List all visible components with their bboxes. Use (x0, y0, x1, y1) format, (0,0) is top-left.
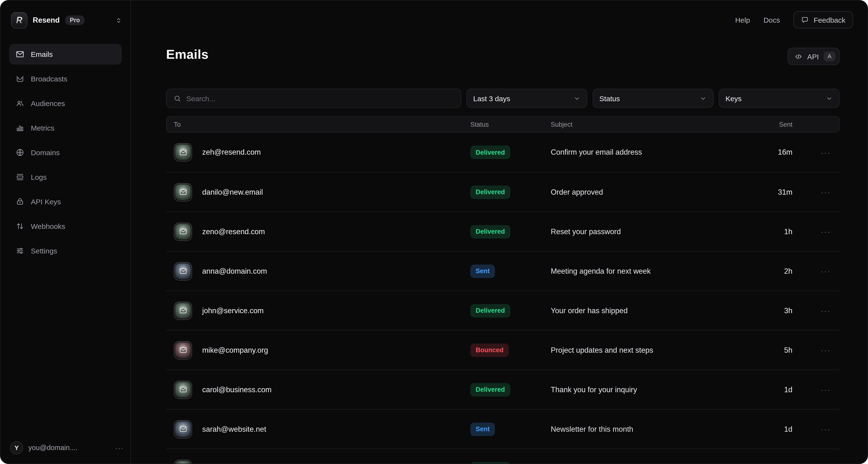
table-row[interactable]: carol@business.com Delivered Thank you f… (166, 370, 840, 409)
row-menu-ellipsis-icon[interactable]: ··· (793, 307, 832, 315)
table-row[interactable]: danilo@new.email Delivered Order approve… (166, 172, 840, 211)
email-subject: Meeting agenda for next week (551, 267, 734, 276)
sidebar-item-label: Webhooks (31, 222, 65, 230)
users-icon (16, 99, 25, 108)
user-email: you@domain.... (28, 444, 78, 452)
column-header-sent: Sent (734, 121, 793, 128)
sidebar-item-emails[interactable]: Emails (9, 44, 122, 64)
status-badge: Delivered (470, 383, 510, 396)
sidebar-item-webhooks[interactable]: Webhooks (9, 216, 122, 237)
sidebar-item-metrics[interactable]: Metrics (9, 118, 122, 138)
code-icon (794, 52, 803, 60)
sidebar-item-audiences[interactable]: Audiences (9, 93, 122, 114)
page-title: Emails (166, 47, 209, 62)
sidebar-item-label: Metrics (31, 124, 54, 132)
row-menu-ellipsis-icon[interactable]: ··· (793, 385, 832, 394)
table-row[interactable]: anna@domain.com Sent Meeting agenda for … (166, 251, 840, 291)
email-subject: Reset your password (551, 227, 734, 236)
table-row[interactable]: zeh@resend.com Delivered Confirm your em… (166, 133, 840, 172)
envelope-icon (174, 143, 192, 162)
user-menu-ellipsis-icon[interactable]: ··· (115, 443, 124, 452)
user-account[interactable]: Y you@domain.... ··· (10, 439, 124, 456)
table-row-partial[interactable]: Delivered (166, 448, 840, 464)
workspace-switcher[interactable]: R Resend Pro (11, 11, 123, 29)
status-badge: Bounced (470, 343, 509, 357)
inbox-icon (16, 74, 25, 83)
brand-name: Resend (33, 16, 60, 25)
sidebar-item-label: Emails (31, 50, 53, 58)
envelope-icon (174, 420, 192, 438)
sidebar-item-broadcasts[interactable]: Broadcasts (9, 68, 122, 89)
api-button[interactable]: API A (787, 48, 840, 65)
lock-icon (16, 197, 25, 206)
recipient-email: sarah@website.net (192, 425, 470, 433)
filters-bar: Last 3 days Status Keys (166, 89, 840, 108)
status-badge: Sent (470, 422, 495, 436)
table-row[interactable]: john@service.com Delivered Your order ha… (166, 291, 840, 330)
sidebar-item-settings[interactable]: Settings (9, 240, 122, 261)
recipient-email: john@service.com (192, 306, 470, 315)
status-badge: Sent (470, 264, 495, 278)
row-menu-ellipsis-icon[interactable]: ··· (793, 346, 832, 354)
chevrons-up-down-icon[interactable] (115, 16, 123, 24)
plan-badge: Pro (65, 16, 85, 25)
sidebar-item-label: API Keys (31, 198, 61, 206)
topbar: Help Docs Feedback (735, 11, 853, 28)
table-row[interactable]: zeno@resend.com Delivered Reset your pas… (166, 211, 840, 251)
date-range-dropdown[interactable]: Last 3 days (466, 89, 587, 108)
row-menu-ellipsis-icon[interactable]: ··· (793, 267, 832, 275)
table-header: To Status Subject Sent (166, 116, 840, 133)
sent-time: 1d (734, 385, 793, 394)
sent-time: 1h (734, 227, 793, 236)
row-menu-ellipsis-icon[interactable]: ··· (793, 227, 832, 236)
feedback-button[interactable]: Feedback (794, 11, 853, 28)
sidebar-item-logs[interactable]: Logs (9, 167, 122, 187)
envelope-icon (174, 341, 192, 359)
status-badge: Delivered (470, 225, 510, 238)
email-subject: Newsletter for this month (551, 425, 734, 433)
email-subject: Your order has shipped (551, 306, 734, 315)
sent-time: 1d (734, 425, 793, 433)
column-header-to: To (174, 121, 470, 128)
sidebar-item-label: Logs (31, 173, 47, 181)
keys-dropdown[interactable]: Keys (719, 89, 840, 108)
sidebar-item-domains[interactable]: Domains (9, 142, 122, 163)
email-subject: Order approved (551, 188, 734, 196)
chevron-down-icon (700, 95, 707, 102)
sliders-icon (16, 246, 25, 255)
help-link[interactable]: Help (735, 16, 750, 24)
sidebar-item-label: Settings (31, 247, 57, 255)
mail-icon (16, 50, 25, 59)
recipient-email: zeno@resend.com (192, 227, 470, 236)
docs-link[interactable]: Docs (764, 16, 780, 24)
sidebar-item-label: Audiences (31, 99, 65, 108)
chevron-down-icon (574, 95, 581, 102)
avatar: Y (10, 441, 23, 454)
table-row[interactable]: sarah@website.net Sent Newsletter for th… (166, 409, 840, 448)
table-row[interactable]: mike@company.org Bounced Project updates… (166, 330, 840, 370)
sidebar-item-label: Broadcasts (31, 75, 67, 83)
recipient-email: zeh@resend.com (192, 148, 470, 156)
sidebar-nav: Emails Broadcasts Audiences Metrics Doma… (9, 44, 122, 265)
speech-bubble-icon (801, 16, 809, 24)
envelope-icon (174, 380, 192, 399)
search-icon (173, 94, 182, 103)
row-menu-ellipsis-icon[interactable]: ··· (793, 425, 832, 433)
recipient-email: anna@domain.com (192, 267, 470, 276)
keyboard-shortcut-badge: A (824, 52, 835, 61)
search-input[interactable] (186, 94, 454, 103)
envelope-icon (174, 183, 192, 201)
sidebar-item-api-keys[interactable]: API Keys (9, 191, 122, 212)
resend-dashboard-window: R Resend Pro Emails Broadcasts Audiences (0, 0, 868, 464)
status-badge: Delivered (470, 185, 510, 199)
sent-time: 16m (734, 148, 793, 156)
status-badge: Delivered (470, 146, 510, 159)
row-menu-ellipsis-icon[interactable]: ··· (793, 148, 832, 156)
status-badge: Delivered (470, 462, 510, 464)
recipient-email: mike@company.org (192, 346, 470, 354)
chevron-down-icon (826, 95, 833, 102)
sent-time: 31m (734, 188, 793, 196)
sidebar-item-label: Domains (31, 148, 60, 156)
status-dropdown[interactable]: Status (593, 89, 713, 108)
row-menu-ellipsis-icon[interactable]: ··· (793, 188, 832, 196)
